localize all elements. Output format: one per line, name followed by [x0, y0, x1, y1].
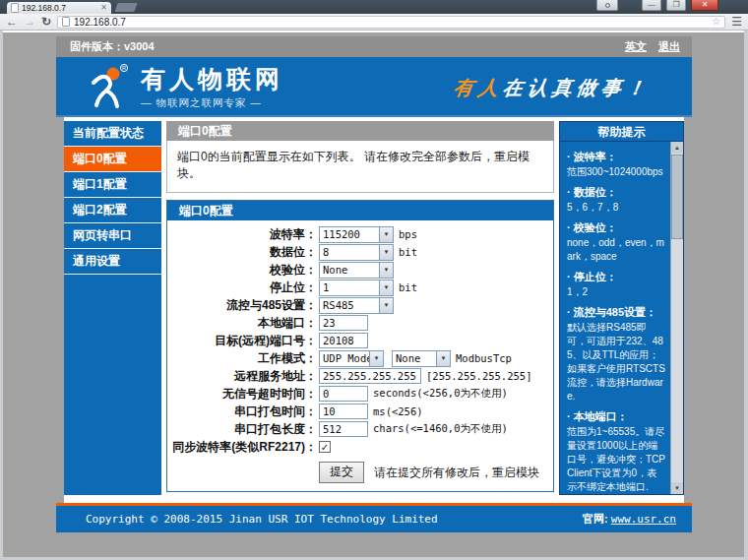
sync-baud-checkbox[interactable]: ✓: [319, 441, 331, 453]
usr-logo-icon: R: [86, 63, 131, 110]
minimize-button[interactable]: —: [642, 0, 661, 11]
slogan-white: 在认真做事！: [501, 76, 652, 99]
url-text: 192.168.0.7: [74, 17, 708, 28]
submit-row: 提交请在提交所有修改后，重启模块: [319, 462, 553, 483]
data-bits-select[interactable]: 8▼: [319, 244, 394, 261]
help-item-text-1: 5，6，7，8: [567, 201, 665, 215]
help-body: · 波特率：范围300~1024000bps· 数据位：5，6，7，8· 校验位…: [560, 142, 683, 494]
sidebar-item-port1[interactable]: 端口1配置: [64, 172, 161, 198]
browser-menu-button[interactable]: ☰: [731, 16, 742, 28]
back-button[interactable]: ←: [6, 16, 18, 28]
baud-rate-select[interactable]: 115200▼: [319, 226, 394, 243]
help-item-text-3: 1，2: [567, 285, 665, 299]
form-title: 端口0配置: [167, 201, 553, 220]
field-label-flow-control: 流控与485设置：: [167, 297, 317, 314]
field-label-parity: 校验位：: [167, 262, 317, 279]
window-border-right: [744, 31, 748, 560]
brand-tagline: — 物联网之联网专家 —: [141, 96, 283, 110]
bookmark-star-icon[interactable]: ☆: [712, 17, 720, 27]
firmware-version: 固件版本：v3004: [70, 39, 155, 54]
window-controls: — ❐ ✕: [642, 0, 718, 11]
field-suffix-remote-server: [255.255.255.255]: [426, 370, 531, 382]
sidebar-item-port0[interactable]: 端口0配置: [64, 147, 161, 172]
local-port-input[interactable]: 23: [319, 315, 368, 331]
maximize-button[interactable]: ❐: [666, 0, 686, 11]
field-label-local-port: 本地端口：: [167, 315, 317, 332]
pack-time-input[interactable]: 10: [319, 404, 368, 419]
language-link[interactable]: 英文: [625, 39, 647, 54]
form-row-local-port: 本地端口：23: [167, 314, 553, 332]
form-rows: 波特率：115200▼bps数据位：8▼bit校验位：None▼停止位：1▼bi…: [167, 220, 553, 491]
field-label-baud-rate: 波特率：: [167, 226, 317, 243]
field-label-timeout: 无信号超时时间：: [167, 386, 317, 403]
help-item-text-5: 范围为1~65535。请尽量设置1000以上的端口号，避免冲突；TCP Clie…: [567, 425, 665, 494]
form-row-pack-length: 串口打包长度：512chars(<=1460,0为不使用): [167, 420, 553, 438]
new-tab-button[interactable]: [114, 3, 137, 12]
remote-port-input[interactable]: 20108: [319, 333, 368, 348]
form-row-parity: 校验位：None▼: [167, 261, 553, 279]
refresh-button[interactable]: ↻: [41, 16, 51, 28]
field-suffix-baud-rate: bps: [399, 228, 417, 240]
select-value: 115200: [320, 228, 379, 240]
field-label-remote-server: 远程服务地址：: [167, 368, 317, 385]
brand-name: 有人物联网: [141, 63, 283, 95]
field-label-data-bits: 数据位：: [167, 244, 317, 261]
field-suffix-data-bits: bit: [399, 246, 417, 258]
form-row-work-mode: 工作模式：UDP Mode▼None▼ModbusTcp: [167, 349, 553, 367]
browser-tabstrip: 192.168.0.7 ✕ — ❐ ✕: [0, 0, 748, 14]
tab-close-icon[interactable]: ✕: [100, 4, 107, 12]
site-link[interactable]: www.usr.cn: [611, 513, 676, 526]
person-icon: [605, 3, 610, 8]
help-item-title-0: · 波特率：: [567, 150, 665, 164]
field-label-work-mode: 工作模式：: [167, 350, 317, 367]
firmware-bar: 固件版本：v3004 英文 退出: [56, 36, 692, 57]
form-row-remote-server: 远程服务地址：255.255.255.255[255.255.255.255]: [167, 367, 553, 385]
page-background: 固件版本：v3004 英文 退出 R 有人物联网 — 物联网之联网专家 —: [0, 31, 748, 560]
sidebar-item-general[interactable]: 通用设置: [64, 249, 161, 275]
field-suffix-stop-bits: bit: [399, 281, 417, 293]
work-mode-select-2[interactable]: None▼: [392, 350, 451, 367]
help-item-title-2: · 校验位：: [567, 220, 665, 235]
section-title: 端口0配置: [166, 121, 554, 141]
browser-tab[interactable]: 192.168.0.7 ✕: [7, 2, 111, 14]
dropdown-arrow-icon: ▼: [379, 280, 393, 295]
dropdown-arrow-icon: ▼: [369, 351, 383, 366]
scroll-thumb[interactable]: [671, 155, 683, 239]
sidebar-item-status[interactable]: 当前配置状态: [64, 121, 161, 147]
svg-text:R: R: [122, 65, 126, 71]
address-bar[interactable]: 192.168.0.7 ☆: [57, 16, 725, 29]
field-label-remote-port: 目标(远程)端口号：: [167, 333, 317, 349]
form-row-timeout: 无信号超时时间：0seconds(<256,0为不使用): [167, 385, 553, 403]
scroll-down-icon[interactable]: ▼: [671, 482, 683, 494]
dropdown-arrow-icon: ▼: [379, 263, 393, 278]
brand-banner: R 有人物联网 — 物联网之联网专家 — 有人在认真做事！: [56, 57, 692, 117]
parity-select[interactable]: None▼: [319, 262, 394, 279]
help-scrollbar[interactable]: ▲ ▼: [670, 142, 683, 494]
browser-toolbar: ← → ↻ 192.168.0.7 ☆ ☰: [0, 14, 748, 31]
logout-link[interactable]: 退出: [658, 39, 680, 54]
help-title: 帮助提示: [560, 122, 683, 142]
profile-window-button[interactable]: [596, 0, 618, 11]
timeout-input[interactable]: 0: [319, 386, 368, 402]
help-panel: 帮助提示 · 波特率：范围300~1024000bps· 数据位：5，6，7，8…: [559, 121, 684, 495]
help-item-text-0: 范围300~1024000bps: [567, 165, 665, 179]
scroll-up-icon[interactable]: ▲: [671, 142, 683, 154]
sidebar-menu: 当前配置状态端口0配置端口1配置端口2配置网页转串口通用设置: [64, 121, 161, 495]
pack-length-input[interactable]: 512: [319, 421, 368, 437]
work-mode-select[interactable]: UDP Mode▼: [319, 350, 384, 367]
help-item-title-3: · 停止位：: [567, 270, 665, 284]
remote-server-input[interactable]: 255.255.255.255: [319, 368, 421, 384]
site-label: 官网:: [583, 513, 608, 525]
select-value: 8: [320, 246, 379, 258]
sidebar-item-port2[interactable]: 端口2配置: [64, 198, 161, 223]
field-label-stop-bits: 停止位：: [167, 280, 317, 296]
sidebar-item-web-to-serial[interactable]: 网页转串口: [64, 223, 161, 249]
field-suffix-timeout: seconds(<256,0为不使用): [373, 387, 508, 401]
flow-control-select[interactable]: RS485▼: [319, 297, 394, 314]
close-button[interactable]: ✕: [691, 0, 718, 11]
forward-button[interactable]: →: [24, 16, 35, 28]
stop-bits-select[interactable]: 1▼: [319, 280, 394, 296]
form-row-data-bits: 数据位：8▼bit: [167, 243, 553, 261]
submit-button[interactable]: 提交: [319, 462, 364, 483]
form-row-pack-time: 串口打包时间：10ms(<256): [167, 403, 553, 420]
